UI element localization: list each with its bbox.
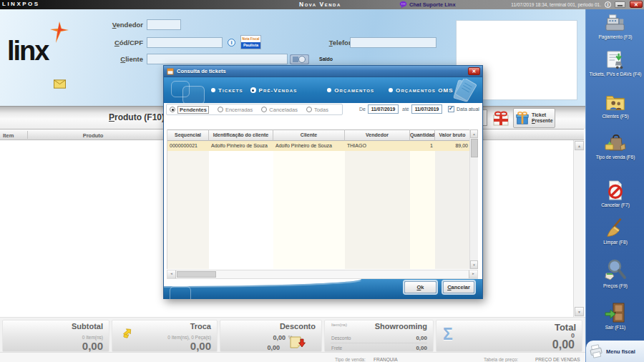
showrooming-frete-label: Frete: [331, 346, 342, 351]
menu-fiscal-label: Menu fiscal: [606, 348, 635, 355]
desconto-panel: Desconto 0,00 % 0,00: [220, 320, 322, 352]
cliente-input[interactable]: [147, 54, 288, 64]
filter-encerradas[interactable]: Encerradas: [218, 107, 253, 113]
tipo-venda-value: FRANQUIA: [374, 357, 398, 362]
shopping-bag-icon: [604, 131, 627, 154]
filter-todas[interactable]: Todas: [306, 107, 328, 113]
linxpos-window: LINXPOS Nova Venda Chat Suporte Linx 11/…: [0, 0, 644, 362]
sidebar-item-tipo-de-venda[interactable]: Tipo de venda (F6): [586, 131, 644, 160]
date-from-input[interactable]: [368, 104, 399, 114]
vendedor-input[interactable]: [147, 19, 181, 30]
table-horizontal-scrollbar[interactable]: [167, 270, 478, 279]
session-info: 11/07/2019 18:34, terminal 001, periodo …: [511, 2, 601, 7]
grid-col-divider: [27, 131, 28, 139]
tab-pre-vendas[interactable]: Pré-Vendas: [250, 87, 298, 94]
envelope-icon[interactable]: [54, 79, 66, 89]
scroll-left-icon[interactable]: [167, 270, 176, 278]
ok-button[interactable]: Ok: [404, 281, 436, 293]
chat-suporte-label: Chat Suporte Linx: [409, 1, 456, 8]
col-identificacao[interactable]: Identificação do cliente: [209, 129, 273, 141]
date-to-input[interactable]: [411, 104, 442, 114]
produto-label: Produto (F10): [109, 112, 165, 122]
showrooming-title: Showrooming: [375, 322, 427, 331]
close-window-button[interactable]: [630, 1, 643, 8]
sidebar-item-limpar[interactable]: Limpar (F8): [586, 217, 644, 245]
cliente-photo-icon[interactable]: [290, 54, 309, 64]
desconto-title: Desconto: [280, 322, 316, 331]
nfp-bottom-label: Paulista: [241, 42, 260, 49]
dialog-footer: Ok Cancelar: [164, 279, 482, 299]
window-titlebar: LINXPOS Nova Venda Chat Suporte Linx 11/…: [0, 0, 644, 9]
subtotal-title: Subtotal: [72, 322, 103, 331]
subtotal-panel: Subtotal 0 Item(ns) 0,00: [2, 320, 109, 352]
cod-cpf-input[interactable]: [147, 37, 223, 48]
showrooming-desconto-label: Desconto: [331, 336, 351, 341]
sidebar-item-pagamento[interactable]: Pagamento (F3): [586, 12, 644, 39]
product-grid-scrollbar[interactable]: [573, 140, 584, 317]
cpf-info-icon[interactable]: [228, 39, 235, 47]
exit-door-icon: [604, 301, 627, 324]
col-sequencial[interactable]: Sequencial: [167, 129, 209, 141]
telefone-input[interactable]: [350, 37, 436, 48]
data-atual-label: Data atual: [457, 107, 479, 112]
decor-outline: [170, 286, 191, 299]
tab-orcamentos-oms[interactable]: Orçamentos OMS: [389, 87, 454, 94]
dialog-filter-row: Pendentes Encerradas Canceladas Todas De…: [164, 103, 482, 116]
presente-button[interactable]: [491, 109, 511, 127]
broom-icon: [605, 217, 626, 239]
tab-orcamentos[interactable]: Orçamentos: [327, 87, 374, 94]
cod-cpf-label: Cód/CPF: [99, 39, 143, 47]
radio-selected-icon: [250, 87, 256, 93]
radio-icon: [218, 107, 223, 112]
dialog-close-button[interactable]: [468, 67, 480, 75]
scrollbar-thumb[interactable]: [471, 139, 478, 157]
scroll-up-icon[interactable]: [575, 141, 584, 150]
sidebar-item-precos[interactable]: Preços (F9): [586, 258, 644, 288]
subtotal-value: 0,00: [82, 340, 103, 352]
col-vendedor[interactable]: Vendedor: [345, 129, 410, 141]
tab-tickets[interactable]: Tickets: [211, 87, 243, 94]
troca-value: 0,00: [190, 340, 211, 352]
nota-fiscal-paulista-badge: Nota Fiscal Paulista: [240, 35, 261, 49]
col-quantidade[interactable]: Quantidade: [410, 129, 435, 141]
table-vertical-scrollbar[interactable]: [469, 129, 478, 269]
cell-sequencial: 0000000021: [167, 141, 209, 151]
total-title: Total: [555, 322, 576, 333]
filter-pendentes[interactable]: Pendentes: [170, 106, 209, 114]
desconto-tag-icon[interactable]: [289, 335, 306, 351]
scroll-down-icon[interactable]: [575, 307, 584, 316]
chat-suporte-link[interactable]: Chat Suporte Linx: [399, 0, 456, 9]
ticket-presente-label: Ticket Presente: [532, 112, 553, 124]
col-cliente[interactable]: Cliente: [273, 129, 345, 141]
scroll-up-icon[interactable]: [470, 129, 478, 138]
status-filter-group: Pendentes Encerradas Canceladas Todas: [166, 104, 343, 115]
sidebar-item-sair[interactable]: Sair (F11): [586, 301, 644, 330]
scroll-down-icon[interactable]: [470, 260, 478, 269]
linx-logo-spark-icon: [50, 21, 69, 43]
dialog-titlebar[interactable]: Consulta de tickets: [164, 66, 482, 77]
scrollbar-thumb[interactable]: [177, 271, 216, 278]
dialog-title: Consulta de tickets: [177, 68, 226, 74]
desconto-percent: 0,00: [273, 334, 286, 341]
col-valor-bruto[interactable]: Valor bruto: [435, 129, 470, 141]
cell-cliente: Adolfo Pinheiro de Souza: [273, 141, 345, 151]
ticket-presente-button[interactable]: Ticket Presente: [513, 108, 555, 128]
total-value: 0,00: [552, 338, 575, 351]
menu-fiscal-button[interactable]: Menu fiscal: [586, 341, 644, 362]
sidebar-item-clientes[interactable]: Clientes (F5): [586, 92, 644, 119]
table-row-selected[interactable]: 0000000021 Adolfo Pinheiro de Souza Adol…: [167, 141, 478, 151]
sidebar-item-tickets-pvs-davs[interactable]: Tickets, PVs e DAVs (F4): [586, 49, 644, 77]
scroll-right-icon[interactable]: [469, 270, 477, 278]
filter-canceladas[interactable]: Canceladas: [261, 107, 298, 113]
minimize-button[interactable]: [615, 1, 625, 8]
total-panel: Σ Total 0 0,00: [436, 320, 582, 352]
chat-bubble-icon: [399, 1, 407, 9]
showrooming-items-label: Item(ns): [331, 323, 347, 327]
tabela-preco-value: PREÇO DE VENDAS: [535, 357, 580, 362]
data-atual-checkbox[interactable]: [448, 106, 454, 112]
info-icon[interactable]: [605, 1, 611, 8]
cell-vendedor: THIAGO: [345, 141, 410, 151]
sidebar-item-cancelar[interactable]: Cancelar (F7): [586, 179, 644, 207]
cancel-button[interactable]: Cancelar: [443, 281, 474, 293]
grid-col-item: Item: [3, 132, 14, 139]
